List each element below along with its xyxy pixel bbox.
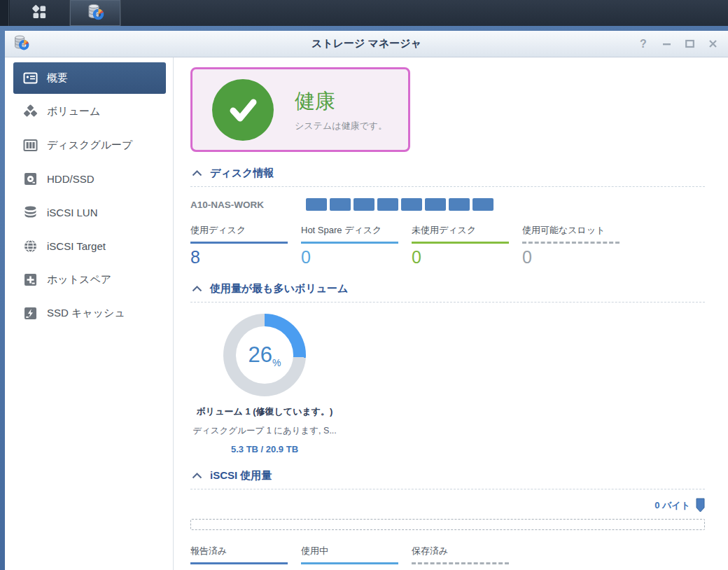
taskbar-edge (0, 0, 9, 26)
stat-reported: 報告済み 0バイト (190, 545, 288, 570)
desktop-taskbar (0, 0, 728, 26)
sidebar-item-label: iSCSI LUN (47, 207, 98, 218)
sidebar-item-label: ボリューム (47, 105, 100, 118)
disk-group-icon (22, 138, 38, 153)
iscsi-marker-label: 0 バイト (654, 499, 690, 512)
stat-available-slots: 使用可能なスロット 0 (522, 224, 620, 267)
iscsi-marker-row: 0 バイト (190, 498, 705, 515)
stat-value: 0 (301, 247, 311, 267)
storage-manager-icon (12, 34, 30, 55)
sidebar-item-label: HDD/SSD (47, 173, 94, 185)
ssd-cache-icon (22, 306, 38, 321)
sidebar-item-hot-spare[interactable]: ホットスペア (13, 264, 166, 296)
sidebar-item-label: 概要 (47, 71, 68, 85)
stat-value: 8 (190, 247, 200, 267)
health-status-title: 健康 (295, 88, 387, 116)
stat-label: Hot Spare ディスク (301, 224, 398, 242)
volume-location: ディスクグループ 1 にあります, S... (190, 425, 339, 437)
hdd-icon (22, 172, 38, 187)
sidebar-item-hdd-ssd[interactable]: HDD/SSD (13, 163, 166, 195)
stat-value: 0 (412, 247, 421, 267)
disk-slot (449, 198, 470, 211)
stat-in-use: 使用中 5.2GB (301, 545, 398, 570)
collapse-chevron-icon (192, 286, 202, 292)
disk-slot (425, 198, 446, 211)
minimize-button[interactable] (661, 39, 672, 50)
stat-value: 0 (522, 247, 532, 267)
iscsi-target-icon (22, 239, 38, 254)
volume-usage-percent-sign: % (272, 357, 281, 368)
disk-blocks (306, 198, 493, 211)
sidebar-item-ssd-cache[interactable]: SSD キャッシュ (13, 298, 166, 329)
iscsi-lun-icon (22, 205, 38, 221)
apps-grid-icon (30, 3, 48, 24)
stat-label: 未使用ディスク (412, 224, 509, 242)
section-title: 使用量が最も多いボリューム (210, 282, 348, 296)
volume-usage-section-header[interactable]: 使用量が最も多いボリューム (190, 282, 705, 303)
sidebar-item-label: ホットスペア (47, 273, 111, 286)
stat-label: 報告済み (190, 545, 288, 562)
sidebar-item-volume[interactable]: ボリューム (13, 96, 166, 127)
stat-label: 保存済み (412, 545, 509, 562)
sidebar-item-label: SSD キャッシュ (47, 307, 125, 320)
sidebar-item-overview[interactable]: 概要 (13, 62, 166, 94)
iscsi-stats-row: 報告済み 0バイト 使用中 5.2GB 保存済み 0バイト (190, 545, 705, 570)
stat-label: 使用中 (301, 545, 398, 562)
sidebar-item-disk-group[interactable]: ディスクグループ (13, 130, 166, 161)
volume-name: ボリューム 1 (修復しています。) (190, 405, 339, 418)
sidebar-item-iscsi-target[interactable]: iSCSI Target (13, 230, 166, 262)
stat-hot-spare-disks: Hot Spare ディスク 0 (301, 224, 398, 267)
iscsi-usage-bar (190, 519, 705, 530)
close-button[interactable] (707, 39, 718, 50)
volume-usage-percent: 26 (248, 342, 272, 368)
collapse-chevron-icon (192, 473, 202, 479)
disk-slot (401, 198, 422, 211)
storage-manager-taskbar-button[interactable] (70, 0, 121, 26)
slider-marker-icon (696, 498, 705, 515)
health-check-icon (212, 79, 274, 141)
disk-slot (377, 198, 398, 211)
system-health-card: 健康 システムは健康です。 (190, 67, 410, 152)
stat-label: 使用可能なスロット (522, 224, 620, 242)
window-titlebar[interactable]: ストレージ マネージャ ? (5, 31, 728, 57)
top-volume-widget: 26 % ボリューム 1 (修復しています。) ディスクグループ 1 にあります… (190, 314, 339, 454)
stat-label: 使用ディスク (190, 224, 288, 242)
disk-slot (472, 198, 493, 211)
section-title: iSCSI 使用量 (210, 469, 272, 482)
collapse-chevron-icon (192, 170, 202, 176)
disk-stats-row: 使用ディスク 8 Hot Spare ディスク 0 未使用ディスク 0 (190, 224, 705, 267)
disk-info-section-header[interactable]: ディスク情報 (190, 167, 705, 187)
hot-spare-icon (22, 272, 38, 288)
maximize-button[interactable] (684, 39, 695, 50)
volume-usage-text: 5.3 TB / 20.9 TB (190, 444, 339, 454)
overview-card-icon (22, 71, 38, 86)
stat-used-disks: 使用ディスク 8 (190, 224, 288, 267)
disk-slot (306, 198, 327, 211)
window-title: ストレージ マネージャ (5, 37, 728, 50)
storage-manager-icon (85, 2, 105, 25)
sidebar-item-iscsi-lun[interactable]: iSCSI LUN (13, 197, 166, 228)
storage-manager-window: ストレージ マネージャ ? (0, 26, 728, 570)
main-menu-button[interactable] (9, 0, 70, 26)
disk-slot (330, 198, 351, 211)
stat-saved: 保存済み 0バイト (412, 545, 509, 570)
stat-unused-disks: 未使用ディスク 0 (412, 224, 509, 267)
sidebar-item-label: ディスクグループ (47, 139, 132, 152)
section-title: ディスク情報 (210, 167, 274, 180)
enclosure-name: A10-NAS-WORK (190, 200, 306, 210)
sidebar: 概要 ボリューム ディスクグループ (5, 57, 174, 570)
disk-enclosure-row: A10-NAS-WORK (190, 198, 705, 211)
volume-cubes-icon (22, 104, 38, 120)
sidebar-item-label: iSCSI Target (47, 240, 106, 252)
iscsi-usage-section-header[interactable]: iSCSI 使用量 (190, 469, 705, 489)
volume-usage-donut: 26 % (223, 314, 306, 396)
disk-slot (354, 198, 374, 211)
health-status-description: システムは健康です。 (295, 120, 387, 132)
help-button[interactable]: ? (638, 39, 649, 50)
overview-panel: 健康 システムは健康です。 ディスク情報 A10-NAS-WORK (174, 57, 728, 570)
